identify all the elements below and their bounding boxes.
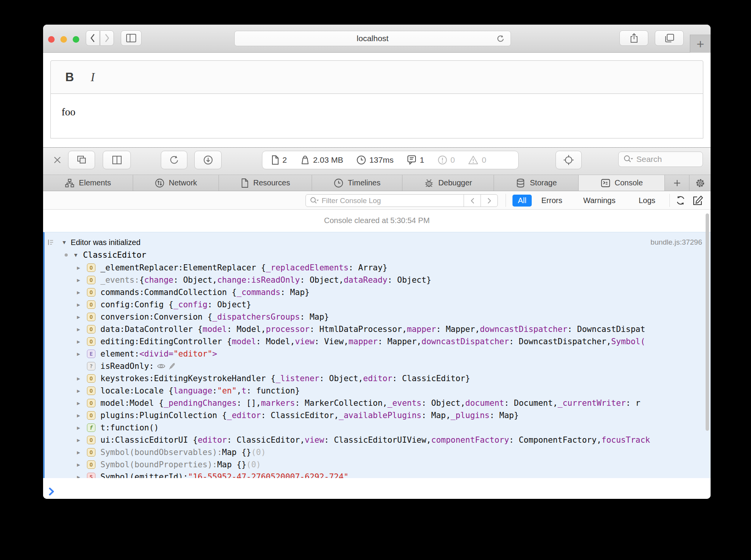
bold-button[interactable]: B bbox=[62, 70, 78, 84]
console-property-row[interactable]: ?isReadOnly: bbox=[45, 360, 711, 372]
type-badge: O bbox=[87, 448, 95, 457]
console-property-row[interactable]: ▶Oconversion: Conversion {_dispatchersGr… bbox=[45, 311, 711, 323]
disclosure-triangle-collapsed[interactable]: ▶ bbox=[77, 314, 87, 320]
new-tab-inspector-button[interactable] bbox=[665, 175, 689, 191]
scope-warnings-button[interactable]: Warnings bbox=[583, 196, 616, 205]
eye-icon[interactable] bbox=[157, 363, 165, 369]
filter-console-input[interactable]: Filter Console Log bbox=[305, 194, 498, 207]
disclosure-triangle-expanded[interactable]: ▼ bbox=[73, 252, 78, 258]
warnings-stat[interactable]: 0 bbox=[468, 155, 486, 165]
disclosure-triangle-collapsed[interactable]: ▶ bbox=[77, 351, 87, 357]
console-property-row[interactable]: ▶Oui: ClassicEditorUI {editor: ClassicEd… bbox=[45, 434, 711, 446]
scope-logs-button[interactable]: Logs bbox=[639, 196, 655, 205]
italic-button[interactable]: I bbox=[86, 70, 99, 84]
console-property-row[interactable]: ▶Omodel: Model {_pendingChanges: [], mar… bbox=[45, 397, 711, 409]
next-result-button[interactable] bbox=[481, 195, 497, 207]
console-property-row[interactable]: ▶O_elementReplacer: ElementReplacer {_re… bbox=[45, 262, 711, 274]
sidebar-toggle-button[interactable] bbox=[121, 30, 142, 46]
inspector-settings-button[interactable] bbox=[689, 175, 711, 191]
console-property-row[interactable]: ▶Odata: DataController {model: Model, pr… bbox=[45, 323, 711, 335]
console-property-row[interactable]: ▶Oconfig: Config {_config: Object} bbox=[45, 298, 711, 311]
disclosure-triangle-collapsed[interactable]: ▶ bbox=[77, 277, 87, 283]
close-window-button[interactable] bbox=[48, 36, 55, 43]
zoom-window-button[interactable] bbox=[73, 36, 79, 43]
pencil-strikethrough-icon[interactable] bbox=[169, 362, 175, 370]
disclosure-triangle-collapsed[interactable]: ▶ bbox=[77, 449, 87, 455]
address-bar[interactable]: localhost bbox=[234, 31, 511, 46]
disclosure-triangle-collapsed[interactable]: ▶ bbox=[77, 388, 87, 394]
tab-network[interactable]: Network bbox=[133, 175, 219, 191]
property-text-segment: : Object, bbox=[422, 398, 466, 408]
disclosure-triangle-collapsed[interactable]: ▶ bbox=[77, 474, 87, 478]
time-stat[interactable]: 137ms bbox=[356, 155, 394, 165]
tab-console[interactable]: Console bbox=[579, 175, 665, 191]
console-property-row[interactable]: ▶O_events: {change: Object, change:isRea… bbox=[45, 274, 711, 286]
disclosure-triangle-collapsed[interactable]: ▶ bbox=[77, 375, 87, 382]
dock-side-button[interactable] bbox=[103, 151, 131, 169]
logs-stat[interactable]: 1 bbox=[407, 155, 424, 165]
disclosure-triangle-collapsed[interactable]: ▶ bbox=[77, 462, 87, 468]
tab-overview-button[interactable] bbox=[655, 30, 684, 46]
property-text-segment: Symbol( bbox=[611, 337, 646, 346]
property-text-segment: : Model, bbox=[256, 337, 295, 346]
tab-resources[interactable]: Resources bbox=[219, 175, 312, 191]
disclosure-triangle-collapsed[interactable]: ▶ bbox=[77, 338, 87, 345]
back-button[interactable] bbox=[86, 30, 100, 46]
disclosure-triangle-collapsed[interactable]: ▶ bbox=[77, 289, 87, 295]
property-text-segment: : Object} bbox=[387, 275, 431, 285]
disclosure-triangle-collapsed[interactable]: ▶ bbox=[77, 400, 87, 406]
download-button[interactable] bbox=[194, 151, 222, 169]
tab-elements[interactable]: Elements bbox=[43, 175, 133, 191]
previous-result-button[interactable] bbox=[464, 195, 481, 207]
log-entry-header[interactable]: ▼ Editor was initialized bundle.js:37296 bbox=[45, 236, 711, 248]
disclosure-triangle-collapsed[interactable]: ▶ bbox=[77, 425, 87, 431]
disclosure-triangle-collapsed[interactable]: ▶ bbox=[77, 412, 87, 418]
tab-storage[interactable]: Storage bbox=[494, 175, 579, 191]
console-property-row[interactable]: ▶Oplugins: PluginCollection {_editor: Cl… bbox=[45, 409, 711, 422]
detach-inspector-button[interactable] bbox=[68, 151, 95, 169]
reload-page-button[interactable] bbox=[161, 151, 187, 169]
scope-all-button[interactable]: All bbox=[512, 195, 532, 207]
close-inspector-button[interactable] bbox=[52, 151, 63, 169]
console-property-row[interactable]: ▶OSymbol(boundProperties): Map {} (0) bbox=[45, 458, 711, 471]
console-property-row[interactable]: ▶SSymbol(emitterId): "16-55952-47-276052… bbox=[45, 471, 711, 478]
documents-stat[interactable]: 2 bbox=[271, 155, 287, 165]
log-source-link[interactable]: bundle.js:37296 bbox=[651, 238, 711, 247]
minimize-window-button[interactable] bbox=[60, 36, 67, 43]
property-text-segment: locale: bbox=[100, 386, 135, 395]
console-property-row[interactable]: ▶Ocommands: CommandCollection {_commands… bbox=[45, 286, 711, 298]
console-property-row[interactable]: ▶ft: function() bbox=[45, 422, 711, 434]
console-property-row[interactable]: ▶OSymbol(boundObservables): Map {} (0) bbox=[45, 446, 711, 458]
disclosure-triangle-collapsed[interactable]: ▶ bbox=[77, 265, 87, 271]
split-console-button[interactable] bbox=[692, 195, 704, 206]
property-text-segment: <div bbox=[139, 349, 159, 358]
disclosure-triangle-expanded[interactable]: ▼ bbox=[62, 239, 67, 245]
errors-stat[interactable]: 0 bbox=[437, 155, 455, 165]
console-property-row[interactable]: ▶Okeystrokes: EditingKeystrokeHandler {_… bbox=[45, 372, 711, 385]
property-text-segment: : Mapper, bbox=[378, 337, 422, 346]
close-icon bbox=[53, 156, 62, 164]
disclosure-triangle-collapsed[interactable]: ▶ bbox=[77, 437, 87, 443]
disclosure-triangle-collapsed[interactable]: ▶ bbox=[77, 302, 87, 308]
console-property-row[interactable]: ▶Eelement: <div id="editor"> bbox=[45, 348, 711, 360]
scope-errors-button[interactable]: Errors bbox=[541, 196, 562, 205]
size-stat[interactable]: 2.03 MB bbox=[300, 155, 343, 165]
tab-timelines[interactable]: Timelines bbox=[312, 175, 402, 191]
disclosure-triangle-collapsed[interactable]: ▶ bbox=[77, 326, 87, 332]
console-property-row[interactable]: ▶Oediting: EditingController {model: Mod… bbox=[45, 335, 711, 348]
editor-content-area[interactable]: foo bbox=[50, 94, 703, 138]
share-button[interactable] bbox=[619, 30, 648, 46]
console-log-area[interactable]: Console cleared at 5:30:54 PM ▼ Editor w… bbox=[43, 210, 711, 485]
logged-object-row[interactable]: ▼ ClassicEditor bbox=[45, 248, 711, 262]
new-tab-button[interactable]: + bbox=[690, 35, 711, 53]
search-input[interactable]: Search bbox=[618, 152, 703, 167]
console-scrollbar[interactable] bbox=[706, 213, 709, 431]
tab-debugger[interactable]: Debugger bbox=[402, 175, 494, 191]
console-prompt[interactable] bbox=[43, 485, 711, 499]
console-property-row[interactable]: ▶Olocale: Locale {language: "en", t: fun… bbox=[45, 385, 711, 397]
element-picker-button[interactable] bbox=[556, 151, 582, 169]
clear-console-button[interactable] bbox=[675, 195, 686, 206]
reload-icon[interactable] bbox=[496, 34, 505, 43]
tab-label: Storage bbox=[530, 178, 557, 187]
forward-button[interactable] bbox=[100, 30, 114, 46]
